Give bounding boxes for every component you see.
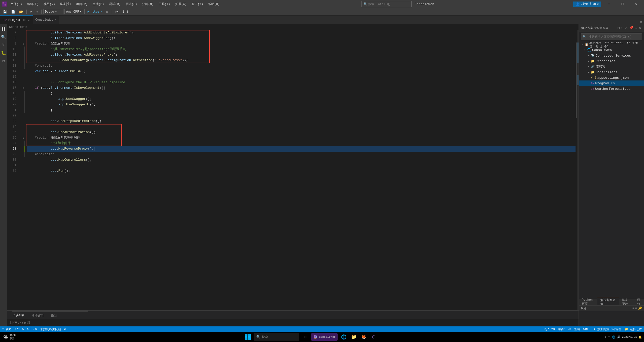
menu-debug[interactable]: 调试(D) xyxy=(106,1,123,7)
cursor-position[interactable]: 行: 28 xyxy=(545,327,555,331)
ime-indicator[interactable]: 中 xyxy=(608,335,611,339)
time-display[interactable]: 2023/1/21 xyxy=(622,335,637,338)
tree-weatherforecast[interactable]: C# WeatherForecast.cs xyxy=(579,86,644,92)
menu-extensions[interactable]: 扩展(X) xyxy=(173,1,189,7)
start-button-taskbar[interactable] xyxy=(244,333,252,341)
solution-search-input[interactable] xyxy=(587,34,640,39)
weather-widget[interactable]: 🌥 13°C 多云 xyxy=(2,334,17,340)
cpu-dropdown[interactable]: Any CPU ▾ xyxy=(64,9,85,14)
prop-icon3[interactable]: 🔑 xyxy=(638,307,642,310)
toolbar-redo[interactable]: ↪ xyxy=(34,9,40,14)
indent-mode[interactable]: 空格 xyxy=(574,327,580,331)
debug-config-dropdown[interactable]: Debug ▾ xyxy=(43,9,63,14)
fold-icon-26[interactable]: ⊟ xyxy=(23,136,24,139)
menu-analyze[interactable]: 分析(N) xyxy=(139,1,156,7)
activity-debug[interactable]: 🐛 xyxy=(0,50,7,57)
panel-tab-errors[interactable]: 错误列表 xyxy=(9,312,28,319)
error-indicator[interactable]: ⊗ 0 ⚠ 0 xyxy=(27,327,37,331)
tree-controllers[interactable]: ▶ 📁 Controllers xyxy=(579,69,644,75)
toolbar-run[interactable]: ▷ xyxy=(105,9,110,14)
toolbar-save[interactable]: 💾 xyxy=(2,9,9,14)
menu-edit[interactable]: 编辑(E) xyxy=(25,1,41,7)
app2-icon[interactable]: ⬡ xyxy=(370,333,378,341)
refresh-icon[interactable]: ↻ xyxy=(621,26,624,30)
notification-icon[interactable]: 🔔 xyxy=(638,335,642,339)
tab-consoleweb[interactable]: ConsoleWeb ▾ xyxy=(33,15,59,24)
select-repo[interactable]: 📁 选择仓库 xyxy=(624,327,642,331)
horizontal-scrollbar[interactable] xyxy=(7,311,579,312)
system-tray[interactable]: ∧ xyxy=(604,335,606,339)
file-explorer-icon[interactable]: 📁 xyxy=(350,333,358,341)
toolbar-undo[interactable]: ↩ xyxy=(28,9,33,14)
filter-chevron[interactable]: ▾ xyxy=(67,327,69,331)
start-button[interactable]: ▶ https ▾ xyxy=(86,9,104,14)
cursor-col[interactable]: 字符: 23 xyxy=(558,327,571,331)
menu-project[interactable]: 项目(P) xyxy=(74,1,90,7)
no-problems[interactable]: 未找到相关问题 xyxy=(40,327,61,331)
prop-icon1[interactable]: ⊞ xyxy=(633,307,634,310)
app1-icon[interactable]: 🦊 xyxy=(360,333,368,341)
menu-tools[interactable]: 工具(T) xyxy=(156,1,173,7)
tree-program-cs[interactable]: C# Program.cs xyxy=(579,80,644,86)
fold-icon-17[interactable]: ⊟ xyxy=(23,87,24,90)
tree-dependencies[interactable]: ▶ 🔗 依赖项 xyxy=(579,64,644,69)
tab-chevron-icon[interactable]: ▾ xyxy=(55,18,56,21)
tree-connected-services[interactable]: ▶ 📡 Connected Services xyxy=(579,53,644,58)
minimize-button[interactable]: ─ xyxy=(603,0,615,8)
close-panel-icon[interactable]: ✕ xyxy=(639,26,641,30)
editor-scrollbar[interactable] xyxy=(576,30,579,310)
panel-tab-output[interactable]: 输出 xyxy=(47,312,60,319)
menu-view[interactable]: 视图(V) xyxy=(41,1,58,7)
fold-icon-9[interactable]: ⊟ xyxy=(23,42,24,45)
props-expand-icon[interactable]: ▶ xyxy=(587,59,591,63)
tab-program-cs[interactable]: C# Program.cs ✕ xyxy=(0,15,33,24)
vs-taskbar-app[interactable]: 🔮 ConsoleWeb xyxy=(311,333,338,341)
editor-settings-icon[interactable]: ⚙ xyxy=(638,20,644,24)
menu-window[interactable]: 窗口(W) xyxy=(189,1,206,7)
more-icon[interactable]: ≡ xyxy=(635,26,637,30)
menu-test[interactable]: 测试(S) xyxy=(123,1,140,7)
add-source-control[interactable]: ⬆ 添加到源代码管理 xyxy=(593,327,621,331)
h-scrollbar-thumb[interactable] xyxy=(12,311,88,312)
activity-explorer[interactable] xyxy=(0,25,7,32)
collapse-all-icon[interactable]: ⊟ xyxy=(618,26,620,30)
maximize-button[interactable]: □ xyxy=(617,0,628,8)
filter-icon[interactable]: ⚙ xyxy=(625,26,628,30)
taskbar-search[interactable]: 🔍 搜索 xyxy=(254,333,299,341)
menu-file[interactable]: 文件(F) xyxy=(8,1,25,7)
menu-git[interactable]: Git(G) xyxy=(58,1,74,7)
toolbar-new[interactable]: 📄 xyxy=(10,9,17,14)
panel-tab-cmd[interactable]: 命令窗口 xyxy=(28,312,47,319)
deps-expand-icon[interactable]: ▶ xyxy=(587,65,591,69)
ctrl-expand-icon[interactable]: ▶ xyxy=(587,70,591,74)
solution-expand-icon[interactable]: ▾ xyxy=(581,42,585,47)
toolbar-open[interactable]: 📂 xyxy=(18,9,25,14)
network-icon[interactable]: 🌐 xyxy=(612,335,616,339)
filter-status-icon[interactable]: ⚙ xyxy=(64,327,66,331)
activity-extensions[interactable]: ⧉ xyxy=(0,58,7,65)
git-status[interactable]: ⑂ 就绪 xyxy=(2,327,12,331)
tab-close-icon[interactable]: ✕ xyxy=(28,19,29,22)
activity-git[interactable]: ⑂ xyxy=(0,41,7,49)
toolbar-step[interactable]: ⏭ xyxy=(114,9,120,14)
tree-properties[interactable]: ▶ 📁 Properties xyxy=(579,58,644,64)
menu-build[interactable]: 生成(B) xyxy=(90,1,107,7)
title-search[interactable]: 🔍 搜索 (Ctrl+Q) xyxy=(361,1,412,7)
task-view-icon[interactable]: ⊞ xyxy=(301,333,309,341)
toolbar-format[interactable]: { } xyxy=(121,9,130,14)
menu-help[interactable]: 帮助(H) xyxy=(206,1,222,7)
activity-search[interactable]: 🔍 xyxy=(0,33,7,40)
edge-icon[interactable]: 🌐 xyxy=(340,333,348,341)
code-content[interactable]: builder.Services.AddEndpointsApiExplorer… xyxy=(26,30,576,310)
prop-icon2[interactable]: ⊟ xyxy=(635,307,637,310)
line-ending[interactable]: CRLF xyxy=(583,327,591,331)
live-share-button[interactable]: 👤 Live Share xyxy=(573,2,601,7)
close-button[interactable]: ✕ xyxy=(630,0,642,8)
zoom-level[interactable]: 161 % xyxy=(15,327,24,331)
pin-icon[interactable]: 📌 xyxy=(629,26,634,30)
solution-root[interactable]: ▾ 📋 解决方案 'ConsoleWeb' (1 个项目，共 1 个) xyxy=(579,42,644,47)
volume-icon[interactable]: 🔊 xyxy=(617,335,621,339)
cs-expand-icon[interactable]: ▶ xyxy=(587,54,591,58)
tree-appsettings[interactable]: { } appsettings.json xyxy=(579,75,644,80)
project-expand-icon[interactable]: ▾ xyxy=(583,48,587,52)
